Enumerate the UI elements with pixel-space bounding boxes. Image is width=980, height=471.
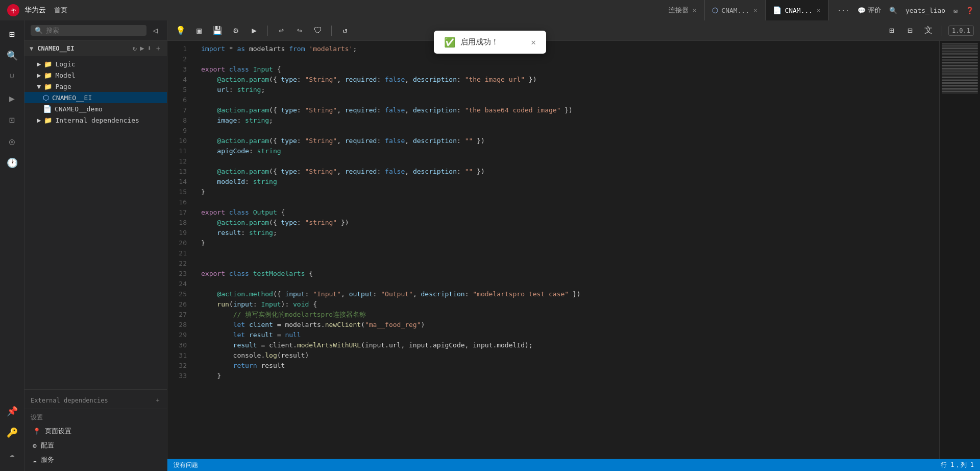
tab-bar: 连接器 ✕ ⬡ CNAM... ✕ 📄 CNAM... ✕ [662,0,829,20]
sidebar-run-btn[interactable]: ▶ [3,89,21,107]
explorer-header: 🔍 ◁ [24,20,167,41]
collapse-button[interactable]: ◁ [150,25,161,36]
folder-icon: 📁 [44,60,52,68]
file-explorer: 🔍 ◁ ▼ CNAMEO__EI ↻ ▶ ⬇ ＋ ▶ 📁 Logic ▶ [24,20,167,471]
toolbar-refresh-btn[interactable]: ↺ [338,23,352,38]
tree-arrow-icon: ▶ [37,60,41,68]
huawei-logo-icon: 华 [6,3,20,17]
tab-cnam1-icon: ⬡ [712,6,718,14]
toolbar-split-h-btn[interactable]: ⊟ [903,23,917,38]
evaluate-button[interactable]: 💬 评价 [857,6,881,15]
help-icon[interactable]: ❓ [966,7,974,14]
sidebar-key-btn[interactable]: 🔑 [3,423,21,441]
toolbar-settings-btn[interactable]: ⚙ [229,23,243,38]
no-issues-status: 没有问题 [174,461,198,469]
search-box[interactable]: 🔍 [31,25,146,36]
workspace-run-icon[interactable]: ▶ [140,44,144,53]
tree-item-label: Page [55,83,71,90]
tree-item-label: Internal dependencies [55,116,139,124]
sidebar-search-btn[interactable]: 🔍 [3,46,21,64]
top-bar: 华 华为云 首页 连接器 ✕ ⬡ CNAM... ✕ 📄 CNAM... ✕ ·… [0,0,980,20]
tree-arrow-icon: ▶ [37,116,41,124]
page-settings-label: 页面设置 [45,427,71,436]
sidebar-explorer-btn[interactable]: ⊞ [3,25,21,43]
code-editor[interactable]: 12345 678910 1112131415 1617181920 21222… [167,41,980,459]
user-name[interactable]: yeats_liao [905,7,945,14]
tab-cnam2-label: CNAM... [785,7,813,14]
workspace-download-icon[interactable]: ⬇ [148,44,152,53]
top-nav: 首页 [54,6,653,15]
file-icon-ts: ⬡ [43,93,49,102]
code-content[interactable]: import * as modelarts from 'modelarts'; … [193,41,939,459]
minimap-content [940,41,980,96]
folder-icon: 📁 [44,83,52,90]
sidebar-api-btn[interactable]: ◎ [3,132,21,150]
config-label: 配置 [41,441,54,450]
file-icon-page: 📄 [43,105,52,113]
external-deps-add-icon[interactable]: ＋ [155,396,161,405]
tab-connector-close[interactable]: ✕ [692,6,697,15]
tree-item-page[interactable]: ▼ 📁 Page [24,81,167,92]
mail-icon[interactable]: ✉ [953,7,958,14]
sidebar-extensions-btn[interactable]: ⊡ [3,110,21,129]
tab-connector-label: 连接器 [669,6,689,15]
page-settings-item[interactable]: 📍 页面设置 [24,424,167,438]
svg-text:华: 华 [11,8,16,14]
line-numbers: 12345 678910 1112131415 1617181920 21222… [167,41,193,459]
tab-cnam1-close[interactable]: ✕ [752,6,758,15]
toolbar-undo-btn[interactable]: ↩ [274,23,288,38]
toolbar-split-v-btn[interactable]: ⊞ [885,23,899,38]
toolbar-lang-btn[interactable]: 文 [921,23,936,38]
toolbar-shield-btn[interactable]: 🛡 [311,23,325,38]
workspace-add-icon[interactable]: ＋ [155,44,162,53]
nav-home[interactable]: 首页 [54,6,67,15]
service-icon: ☁ [33,456,37,464]
sidebar-git-btn[interactable]: ⑂ [3,67,21,86]
toolbar-right: ⊞ ⊟ 文 1.0.1 [885,23,974,38]
tab-cnam2-icon: 📄 [773,6,781,14]
tree-item-label: Logic [55,60,75,68]
sidebar-pin-btn[interactable]: 📌 [3,402,21,420]
config-item[interactable]: ⚙ 配置 [24,438,167,453]
tab-cnam2[interactable]: 📄 CNAM... ✕ [766,0,829,20]
status-bar-right: 行 1，列 1 [941,461,974,469]
tree-item-internal-deps[interactable]: ▶ 📁 Internal dependencies [24,114,167,126]
toolbar-sep-2 [331,26,332,36]
toolbar-layout-btn[interactable]: ▣ [192,23,206,38]
toolbar-light-btn[interactable]: 💡 [174,23,188,38]
toolbar-run-btn[interactable]: ▶ [247,23,261,38]
sidebar-cloud-btn[interactable]: ☁ [3,444,21,463]
toolbar-save-btn[interactable]: 💾 [210,23,225,38]
search-button[interactable]: 🔍 [889,7,897,14]
toolbar-sep-3 [942,26,942,36]
brand-name: 华为云 [24,6,46,15]
status-bar: 没有问题 行 1，列 1 [167,459,980,471]
folder-icon: 📁 [44,116,52,124]
tree-item-model[interactable]: ▶ 📁 Model [24,69,167,81]
logo-area: 华 华为云 [6,3,46,17]
toolbar-redo-btn[interactable]: ↪ [292,23,307,38]
toast-close-button[interactable]: ✕ [531,37,536,47]
tab-connector[interactable]: 连接器 ✕ [662,0,705,20]
toast: ✅ 启用成功！ ✕ [434,31,546,54]
tab-cnam2-close[interactable]: ✕ [816,6,821,15]
tree-item-cnameo-demo[interactable]: 📄 CNAMEO__demo [24,103,167,114]
more-options-button[interactable]: ··· [837,7,849,14]
workspace-name: CNAMEO__EI [37,45,74,52]
tree-item-label: CNAMEO__EI [52,94,92,102]
tree-item-cnameo-ei[interactable]: ⬡ CNAMEO__EI [24,92,167,103]
tree-item-label: Model [55,72,75,79]
top-right: ··· 💬 评价 🔍 yeats_liao ✉ ❓ [837,6,974,15]
toast-message: 启用成功！ [460,37,499,47]
tab-cnam1[interactable]: ⬡ CNAM... ✕ [705,0,766,20]
editor-area: 💡 ▣ 💾 ⚙ ▶ ↩ ↪ 🛡 ↺ ⊞ ⊟ 文 1.0.1 12345 6789… [167,20,980,471]
tree-item-logic[interactable]: ▶ 📁 Logic [24,58,167,69]
toolbar-sep-1 [267,26,268,36]
service-item[interactable]: ☁ 服务 [24,453,167,467]
explorer-bottom: External dependencies ＋ 设置 📍 页面设置 ⚙ 配置 ☁… [24,389,167,471]
sidebar-history-btn[interactable]: 🕐 [3,153,21,172]
search-input[interactable] [46,27,142,34]
main-layout: ⊞ 🔍 ⑂ ▶ ⊡ ◎ 🕐 📌 🔑 ☁ 🔍 ◁ ▼ CNAMEO__EI ↻ ▶ [0,20,980,471]
workspace-expand-icon: ▼ [30,45,33,52]
workspace-refresh-icon[interactable]: ↻ [133,44,137,53]
